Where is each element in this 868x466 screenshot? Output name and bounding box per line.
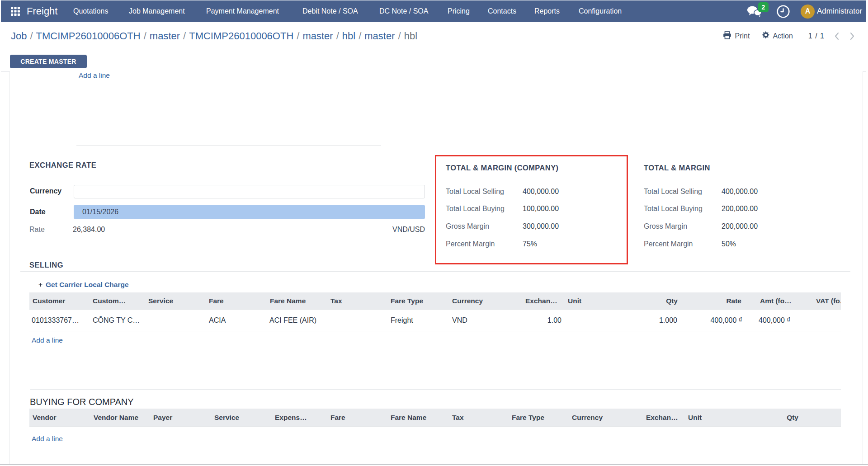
breadcrumb-hbl-1[interactable]: hbl	[342, 30, 355, 42]
selling-cell-qty[interactable]: 1.000	[659, 310, 677, 331]
selling-cell-currency[interactable]: VND	[452, 310, 467, 331]
tmc-percent-margin-label: Percent Margin	[446, 240, 495, 248]
action-button[interactable]: Action	[761, 31, 793, 41]
activities-button[interactable]	[776, 5, 790, 19]
selling-col-unit[interactable]: Unit	[568, 292, 581, 310]
selling-col-currency[interactable]: Currency	[452, 292, 483, 310]
screen: Freight Quotations Job Management Paymen…	[0, 0, 868, 466]
selling-col-amount[interactable]: Amt (fo…	[760, 292, 792, 310]
selling-col-fare[interactable]: Fare	[209, 292, 224, 310]
print-button[interactable]: Print	[723, 31, 750, 41]
breadcrumb-job-ref-2[interactable]: TMCIMP26010006OTH	[189, 30, 293, 42]
selling-cell-rate[interactable]: 400,000 ₫	[711, 310, 743, 331]
selling-cell-customer-name[interactable]: CÔNG TY C…	[93, 310, 140, 331]
exchange-rate-title: EXCHANGE RATE	[29, 161, 96, 169]
selling-cell-amount[interactable]: 400,000 ₫	[759, 310, 791, 331]
buying-col-fare[interactable]: Fare	[330, 409, 345, 427]
tm-gross-margin-value: 200,000.00	[722, 222, 758, 231]
menu-quotations[interactable]: Quotations	[73, 0, 108, 22]
buying-col-fare-name[interactable]: Fare Name	[391, 409, 426, 427]
menu-configuration[interactable]: Configuration	[579, 0, 622, 22]
buying-col-exchange[interactable]: Exchan…	[646, 409, 678, 427]
avatar[interactable]: A	[801, 5, 815, 19]
buying-col-fare-type[interactable]: Fare Type	[512, 409, 544, 427]
pager-previous-icon[interactable]	[834, 32, 840, 41]
breadcrumb-job[interactable]: Job	[11, 30, 27, 42]
plus-icon: +	[38, 281, 42, 288]
selling-col-customer[interactable]: Customer	[33, 292, 65, 310]
buying-col-expense[interactable]: Expens…	[275, 409, 307, 427]
selling-col-customer-name[interactable]: Custom…	[93, 292, 126, 310]
selling-cell-fare[interactable]: ACIA	[209, 310, 226, 331]
buying-col-tax[interactable]: Tax	[452, 409, 464, 427]
buying-col-currency[interactable]: Currency	[572, 409, 603, 427]
buying-col-qty[interactable]: Qty	[787, 409, 798, 427]
selling-col-exchange[interactable]: Exchan…	[525, 292, 557, 310]
total-margin-title: TOTAL & MARGIN	[644, 164, 710, 172]
menu-reports[interactable]: Reports	[534, 0, 560, 22]
window-bottom-edge	[0, 464, 868, 465]
buying-col-unit[interactable]: Unit	[688, 409, 702, 427]
breadcrumb-master-3[interactable]: master	[364, 30, 395, 42]
add-line-link-top[interactable]: Add a line	[79, 71, 110, 80]
buying-col-payer[interactable]: Payer	[153, 409, 172, 427]
create-master-button[interactable]: CREATE MASTER	[10, 55, 87, 68]
total-margin-company-title: TOTAL & MARGIN (COMPANY)	[446, 164, 558, 172]
selling-col-fare-name[interactable]: Fare Name	[270, 292, 306, 310]
messages-button[interactable]: 2	[746, 4, 763, 19]
action-label: Action	[773, 32, 793, 40]
chat-icon	[746, 12, 763, 20]
tmc-gross-margin-value: 300,000.00	[523, 222, 559, 231]
messages-badge: 2	[758, 2, 769, 12]
tm-percent-margin-label: Percent Margin	[644, 240, 693, 248]
menu-debit-note-soa[interactable]: Debit Note / SOA	[302, 0, 358, 22]
breadcrumb-master-1[interactable]: master	[150, 30, 180, 42]
user-name[interactable]: Administrator	[817, 7, 862, 16]
tmc-total-local-buying-value: 100,000.00	[523, 204, 559, 213]
tm-total-local-selling-value: 400,000.00	[722, 187, 758, 196]
tmc-total-local-selling-label: Total Local Selling	[446, 187, 504, 196]
tm-percent-margin-value: 50%	[722, 240, 736, 248]
buying-top-border	[30, 389, 841, 390]
selling-title: SELLING	[29, 261, 63, 269]
selling-separator	[20, 271, 850, 272]
selling-col-tax[interactable]: Tax	[330, 292, 342, 310]
selling-cell-fare-type[interactable]: Freight	[391, 310, 413, 331]
menu-pricing[interactable]: Pricing	[448, 0, 470, 22]
rate-value: 26,384.00	[73, 226, 105, 234]
menu-payment-management[interactable]: Payment Management	[206, 0, 279, 22]
clock-icon	[776, 12, 790, 20]
rate-label: Rate	[29, 226, 45, 234]
selling-cell-exchange[interactable]: 1.00	[547, 310, 561, 331]
selling-col-fare-type[interactable]: Fare Type	[391, 292, 423, 310]
breadcrumb-job-ref-1[interactable]: TMCIMP26010006OTH	[36, 30, 141, 42]
statusbar: CREATE MASTER	[1, 51, 866, 72]
currency-input[interactable]	[74, 185, 425, 198]
top-list-bottom-border	[76, 145, 381, 146]
buying-col-service[interactable]: Service	[214, 409, 239, 427]
selling-col-vat[interactable]: VAT (fo…	[816, 292, 841, 310]
rate-unit: VND/USD	[392, 226, 425, 234]
selling-col-qty[interactable]: Qty	[666, 292, 678, 310]
buying-col-vendor[interactable]: Vendor	[33, 409, 57, 427]
buying-col-vendor-name[interactable]: Vendor Name	[94, 409, 138, 427]
selling-cell-customer[interactable]: 0101333767…	[32, 310, 79, 331]
pager-next-icon[interactable]	[849, 32, 855, 41]
add-line-link-buying[interactable]: Add a line	[32, 435, 63, 443]
breadcrumb-master-2[interactable]: master	[302, 30, 333, 42]
menu-contacts[interactable]: Contacts	[488, 0, 516, 22]
selling-cell-fare-name[interactable]: ACI FEE (AIR)	[269, 310, 316, 331]
tm-total-local-buying-label: Total Local Buying	[644, 204, 703, 213]
selling-col-service[interactable]: Service	[148, 292, 173, 310]
menu-job-management[interactable]: Job Management	[129, 0, 185, 22]
selling-table-row[interactable]: 0101333767… CÔNG TY C… ACIA ACI FEE (AIR…	[29, 310, 841, 331]
top-navbar: Freight Quotations Job Management Paymen…	[1, 0, 866, 22]
add-line-link-selling[interactable]: Add a line	[32, 336, 63, 344]
get-carrier-local-charge-button[interactable]: +Get Carrier Local Charge	[38, 280, 129, 289]
date-input[interactable]: 01/15/2026	[74, 205, 425, 219]
avatar-initial: A	[805, 7, 811, 15]
buying-table-header: Vendor Vendor Name Payer Service Expens……	[29, 409, 841, 427]
menu-dc-note-soa[interactable]: DC Note / SOA	[379, 0, 428, 22]
selling-col-rate[interactable]: Rate	[726, 292, 741, 310]
tmc-total-local-buying-label: Total Local Buying	[446, 204, 505, 213]
